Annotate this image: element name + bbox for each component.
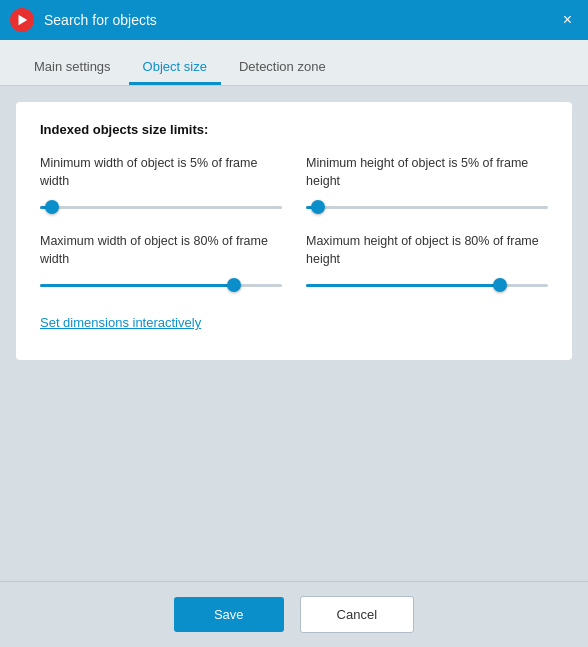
title-bar: Search for objects × (0, 0, 588, 40)
tab-main-settings[interactable]: Main settings (20, 49, 125, 85)
min-height-thumb[interactable] (311, 200, 325, 214)
max-height-label: Maximum height of object is 80% of frame… (306, 233, 548, 269)
max-width-slider[interactable] (40, 277, 282, 293)
max-width-track (40, 284, 282, 287)
section-title: Indexed objects size limits: (40, 122, 548, 137)
min-width-group: Minimum width of object is 5% of frame w… (40, 155, 282, 215)
min-height-slider[interactable] (306, 199, 548, 215)
min-width-thumb[interactable] (45, 200, 59, 214)
app-logo (10, 8, 34, 32)
max-width-thumb[interactable] (227, 278, 241, 292)
tab-detection-zone[interactable]: Detection zone (225, 49, 340, 85)
min-width-track (40, 206, 282, 209)
window-title: Search for objects (44, 12, 557, 28)
max-height-group: Maximum height of object is 80% of frame… (306, 233, 548, 293)
max-height-fill (306, 284, 500, 287)
svg-marker-0 (19, 15, 28, 26)
max-height-slider[interactable] (306, 277, 548, 293)
min-height-track (306, 206, 548, 209)
tab-bar: Main settings Object size Detection zone (0, 40, 588, 86)
footer: Save Cancel (0, 581, 588, 647)
close-button[interactable]: × (557, 8, 578, 32)
min-width-slider[interactable] (40, 199, 282, 215)
settings-card: Indexed objects size limits: Minimum wid… (16, 102, 572, 360)
max-height-track (306, 284, 548, 287)
min-height-label: Minimum height of object is 5% of frame … (306, 155, 548, 191)
max-width-fill (40, 284, 234, 287)
tab-object-size[interactable]: Object size (129, 49, 221, 85)
max-height-thumb[interactable] (493, 278, 507, 292)
min-width-label: Minimum width of object is 5% of frame w… (40, 155, 282, 191)
main-content: Indexed objects size limits: Minimum wid… (0, 86, 588, 581)
min-height-group: Minimum height of object is 5% of frame … (306, 155, 548, 215)
max-width-group: Maximum width of object is 80% of frame … (40, 233, 282, 293)
sliders-grid: Minimum width of object is 5% of frame w… (40, 155, 548, 311)
set-dimensions-link[interactable]: Set dimensions interactively (40, 315, 201, 330)
cancel-button[interactable]: Cancel (300, 596, 414, 633)
max-width-label: Maximum width of object is 80% of frame … (40, 233, 282, 269)
save-button[interactable]: Save (174, 597, 284, 632)
